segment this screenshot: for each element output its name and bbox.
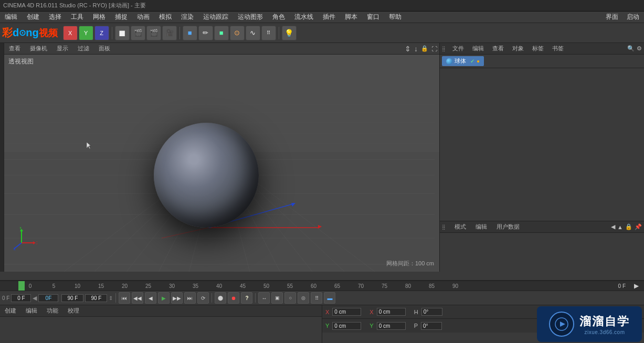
move-keys-button[interactable]: ↔: [258, 292, 270, 304]
viewport[interactable]: 透视视图 X Y Z 网格间距：100 cm: [4, 55, 439, 272]
attr-edit[interactable]: 编辑: [473, 222, 490, 232]
sculpt-button[interactable]: ■: [214, 26, 229, 40]
attr-userdata[interactable]: 用户数据: [494, 222, 522, 232]
menu-plugins[interactable]: 插件: [320, 12, 338, 23]
render-button[interactable]: 🎬: [146, 26, 161, 40]
menu-help[interactable]: 帮助: [386, 12, 404, 23]
dots-button[interactable]: ⠿: [261, 26, 276, 40]
object-check-icon[interactable]: ✓: [470, 58, 474, 64]
menu-sim[interactable]: 模拟: [156, 12, 174, 23]
start-frame-input[interactable]: [11, 294, 31, 302]
tab-create[interactable]: 创建: [2, 306, 19, 316]
end-frame-input[interactable]: [61, 294, 83, 302]
step-back-button[interactable]: ◀: [145, 292, 156, 304]
menu-snap[interactable]: 捕捉: [112, 12, 130, 23]
current-frame-input[interactable]: [38, 294, 58, 302]
down-icon[interactable]: ↓: [414, 45, 418, 53]
filter-menu[interactable]: 过滤: [75, 44, 92, 53]
om-object[interactable]: 对象: [510, 44, 526, 53]
sphere-object[interactable]: [154, 123, 259, 228]
om-file[interactable]: 文件: [450, 44, 467, 53]
tab-arrange[interactable]: 校理: [65, 306, 82, 316]
svg-marker-32: [33, 241, 36, 244]
om-search-area: 🔍 ⚙: [627, 45, 642, 52]
select-keys-button[interactable]: ▣: [271, 292, 283, 304]
menu-startup[interactable]: 启动: [624, 12, 642, 23]
menu-mesh[interactable]: 网格: [90, 12, 108, 23]
om-edit[interactable]: 编辑: [470, 44, 487, 53]
tag-panel-content: [0, 317, 322, 343]
tab-function[interactable]: 功能: [44, 306, 61, 316]
bottom-panels: 创建 编辑 功能 校理 X X H Y Y P: [0, 305, 644, 343]
object-item-sphere[interactable]: 球体 ✓ ●: [442, 56, 484, 66]
display-menu[interactable]: 显示: [54, 44, 71, 53]
attr-mode[interactable]: 模式: [452, 222, 469, 232]
paint-button[interactable]: ✏: [198, 26, 213, 40]
render-region-button[interactable]: 🎥: [162, 26, 177, 40]
coord-x-pos[interactable]: [332, 308, 361, 316]
lock-icon[interactable]: 🔒: [421, 45, 428, 52]
total-frames-input[interactable]: [85, 294, 107, 302]
light-icon-button[interactable]: 💡: [282, 26, 297, 40]
coord-h-val[interactable]: [421, 308, 442, 316]
prev-frame-button[interactable]: ◀◀: [132, 292, 143, 304]
param-button[interactable]: ○: [284, 292, 296, 304]
expand-icon[interactable]: ⛶: [431, 46, 437, 52]
goto-start-button[interactable]: ⏮: [119, 292, 130, 304]
menu-interface[interactable]: 界面: [603, 12, 621, 23]
coord-y-pos[interactable]: [332, 322, 361, 330]
mark-70: 70: [349, 283, 373, 289]
axis-z-button[interactable]: Z: [94, 26, 109, 40]
menu-create[interactable]: 创建: [24, 12, 42, 23]
toolbar-separator-3: [279, 27, 279, 39]
timeline-mode-button[interactable]: ▬: [324, 292, 335, 304]
menu-anim[interactable]: 动画: [134, 12, 152, 23]
attr-prev-icon[interactable]: ◀: [611, 223, 615, 230]
menu-char[interactable]: 角色: [270, 12, 288, 23]
cube-button[interactable]: ■: [183, 26, 197, 40]
coord-y-label: Y: [325, 323, 329, 329]
om-tag[interactable]: 标签: [530, 44, 546, 53]
search-icon[interactable]: 🔍: [627, 45, 635, 52]
light-button[interactable]: ∿: [246, 26, 260, 40]
dots-ctrl-button[interactable]: ⠿: [311, 292, 322, 304]
attr-pin-icon[interactable]: 📌: [635, 223, 642, 230]
object-dot-icon[interactable]: ●: [477, 58, 480, 64]
loop-button[interactable]: ⟳: [197, 292, 209, 304]
coord-p-val[interactable]: [421, 322, 442, 330]
menu-motiontrack[interactable]: 运动跟踪: [200, 12, 231, 23]
menu-pipeline[interactable]: 流水线: [292, 12, 316, 23]
attr-up-icon[interactable]: ▲: [617, 224, 623, 230]
panel-menu[interactable]: 面板: [96, 44, 113, 53]
move-icon[interactable]: ⇕: [405, 45, 411, 53]
play-button[interactable]: ▶: [158, 292, 170, 304]
coord-x-size[interactable]: [377, 308, 406, 316]
keyframe-button[interactable]: ⬤: [215, 292, 226, 304]
menu-render[interactable]: 渲染: [178, 12, 196, 23]
om-view[interactable]: 查看: [490, 44, 506, 53]
menu-window[interactable]: 窗口: [364, 12, 382, 23]
timeline-scroll-right[interactable]: ▶: [634, 282, 639, 290]
object-mode-button[interactable]: ◼: [115, 26, 130, 40]
motion-button[interactable]: ◎: [298, 292, 309, 304]
help-button[interactable]: ?: [241, 292, 252, 304]
axis-x-button[interactable]: X: [63, 26, 78, 40]
menu-scripts[interactable]: 脚本: [342, 12, 360, 23]
menu-edit[interactable]: 编辑: [2, 12, 20, 23]
mograph-button[interactable]: ⊙: [230, 26, 245, 40]
menu-tools[interactable]: 工具: [68, 12, 86, 23]
settings-icon[interactable]: ⚙: [637, 45, 642, 52]
om-bookmark[interactable]: 书签: [550, 44, 566, 53]
view-menu[interactable]: 查看: [6, 44, 23, 53]
menu-select[interactable]: 选择: [46, 12, 64, 23]
tab-edit[interactable]: 编辑: [23, 306, 40, 316]
step-forward-button[interactable]: ▶▶: [171, 292, 183, 304]
axis-y-button[interactable]: Y: [79, 26, 93, 40]
record-button[interactable]: ⏺: [228, 292, 239, 304]
coord-y-size[interactable]: [377, 322, 406, 330]
menu-mograph[interactable]: 运动图形: [235, 12, 266, 23]
goto-end-button[interactable]: ⏭: [184, 292, 196, 304]
camera-menu[interactable]: 摄像机: [27, 44, 50, 53]
attr-lock-icon[interactable]: 🔒: [625, 223, 632, 230]
film-button[interactable]: 🎬: [131, 26, 145, 40]
